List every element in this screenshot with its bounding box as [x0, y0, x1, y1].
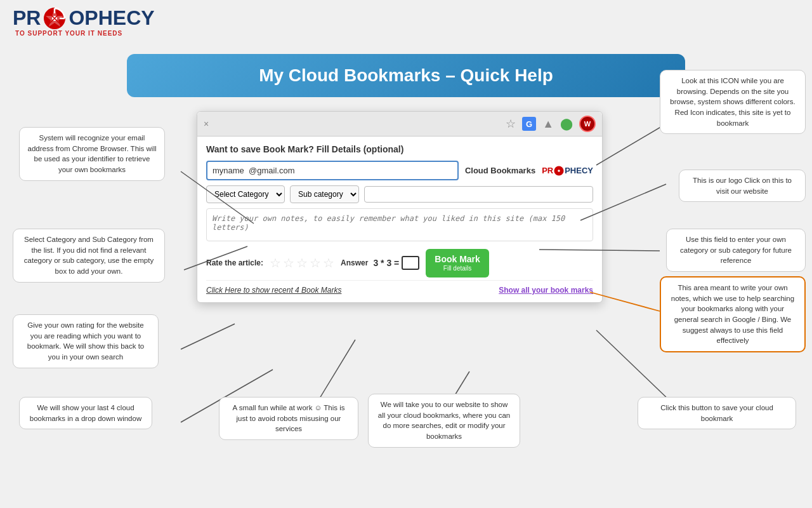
star-icon[interactable]: ☆: [506, 117, 516, 131]
notes-textarea[interactable]: [206, 208, 593, 241]
logo-area: PR OPHECY TO SUPPORT YOUR IT NEEDS: [13, 6, 155, 37]
rating-label: Rate the article:: [206, 258, 263, 267]
email-field[interactable]: [206, 161, 459, 180]
popup-row2: Select Category Sub category: [206, 185, 593, 203]
show-all-link[interactable]: Show all your book marks: [499, 286, 593, 295]
star-3[interactable]: ☆: [296, 255, 308, 271]
callout-notes: This area meant to write your own notes,…: [660, 276, 806, 352]
star-rating[interactable]: ☆ ☆ ☆ ☆ ☆: [270, 255, 334, 271]
browser-mockup: × ☆ G ▲ ⬤ W Want to save Book Mark? Fill…: [197, 111, 603, 303]
logo-ophecy: OPHECY: [69, 6, 154, 30]
callout-showall: We will take you to our website to show …: [368, 394, 520, 448]
bookmark-btn-sublabel: Fill details: [435, 265, 480, 272]
callout-captcha: A small fun while at work ☺ This is just…: [219, 397, 358, 440]
captcha-area: Answer 3 * 3 =: [341, 256, 419, 270]
prophecy-extension-icon[interactable]: W: [579, 116, 596, 132]
page-title: My Cloud Bookmarks – Quick Help: [259, 65, 553, 85]
popup-header: Want to save Book Mark? Fill Details (op…: [206, 144, 593, 154]
callout-email: System will recognize your email address…: [19, 127, 165, 181]
cloud-icon: ▲: [542, 117, 554, 131]
captcha-equation: 3 * 3 =: [373, 258, 399, 268]
callout-category: Select Category and Sub Category from th…: [13, 229, 165, 283]
subcategory-select[interactable]: Sub category: [290, 185, 359, 203]
logo[interactable]: PR OPHECY: [13, 6, 155, 30]
extension-popup: Want to save Book Mark? Fill Details (op…: [197, 137, 602, 302]
callout-icon: Look at this ICON while you are browsing…: [660, 70, 806, 134]
cloud-bookmarks-label: Cloud Bookmarks: [465, 166, 535, 175]
answer-label: Answer: [341, 258, 368, 267]
callout-logo: This is our logo Click on this to visit …: [679, 170, 806, 202]
callout-rating: Give your own rating for the website you…: [13, 314, 159, 368]
browser-icons: ☆ G ▲ ⬤ W: [506, 116, 596, 132]
popup-row1: Cloud Bookmarks PR PHECY: [206, 161, 593, 180]
popup-row3: Rate the article: ☆ ☆ ☆ ☆ ☆ Answer 3 * 3…: [206, 249, 593, 277]
star-1[interactable]: ☆: [270, 255, 281, 271]
logo-icon: [43, 7, 66, 30]
bookmark-btn-label: Book Mark: [435, 254, 480, 265]
prophecy-logo-inline[interactable]: PR PHECY: [542, 166, 593, 176]
callout-custom-field: Use this field to enter your own categor…: [666, 229, 806, 272]
close-icon[interactable]: ×: [204, 119, 209, 129]
category-select[interactable]: Select Category: [206, 185, 285, 203]
star-5[interactable]: ☆: [323, 255, 334, 271]
star-2[interactable]: ☆: [283, 255, 294, 271]
bell-icon: ⬤: [560, 117, 573, 131]
popup-footer: Click Here to show recent 4 Book Marks S…: [206, 280, 593, 295]
bookmark-button[interactable]: Book Mark Fill details: [426, 249, 489, 277]
svg-line-11: [596, 124, 666, 165]
callout-recent: We will show your last 4 cloud bookmarks…: [19, 397, 152, 429]
google-icon: G: [522, 117, 536, 131]
logo-tagline: TO SUPPORT YOUR IT NEEDS: [15, 30, 122, 37]
show-recent-link[interactable]: Click Here to show recent 4 Book Marks: [206, 286, 499, 295]
logo-pr: PR: [13, 6, 41, 30]
callout-save: Click this button to save your cloud boo…: [638, 397, 796, 429]
captcha-input-box[interactable]: [402, 256, 419, 270]
browser-toolbar: × ☆ G ▲ ⬤ W: [197, 112, 602, 137]
svg-point-3: [558, 170, 560, 172]
title-banner: My Cloud Bookmarks – Quick Help: [127, 54, 685, 97]
star-4[interactable]: ☆: [310, 255, 321, 271]
svg-line-6: [181, 324, 235, 349]
custom-category-input[interactable]: [364, 186, 593, 203]
